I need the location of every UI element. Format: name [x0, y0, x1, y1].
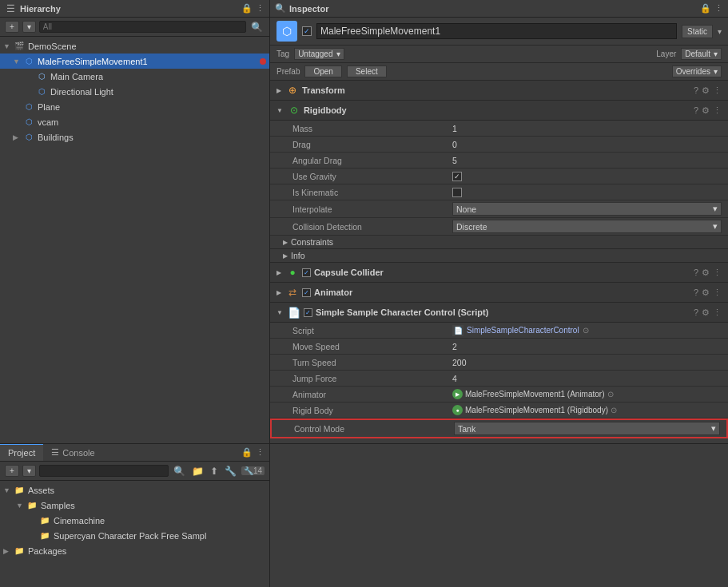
- tree-item-maincamera[interactable]: ⬡ Main Camera: [0, 69, 269, 84]
- project-item-cinemachine[interactable]: 📁 Cinemachine: [0, 513, 269, 528]
- inspector-overflow-icon[interactable]: ⋮: [714, 3, 723, 14]
- tree-item-malefree[interactable]: ▼ ⬡ MaleFreeSimpleMovement1: [0, 54, 269, 69]
- project-overflow-icon[interactable]: ⋮: [256, 447, 265, 458]
- hierarchy-overflow-icon[interactable]: ⋮: [256, 3, 265, 14]
- rigidbody-settings-icon[interactable]: ⚙: [702, 105, 710, 116]
- project-item-packages[interactable]: ▶ 📁 Packages: [0, 543, 269, 558]
- rigidbody-help-icon[interactable]: ?: [694, 105, 698, 115]
- demoscene-arrow: ▼: [3, 42, 13, 50]
- tree-item-buildings[interactable]: ▶ ⬡ Buildings: [0, 129, 269, 145]
- static-button[interactable]: Static: [682, 25, 713, 38]
- rigidbody-overflow-icon[interactable]: ⋮: [713, 105, 722, 116]
- is-kinematic-checkbox[interactable]: [452, 188, 462, 197]
- prefab-label: Prefab: [276, 67, 300, 76]
- tree-item-dirlight[interactable]: ⬡ Directional Light: [0, 84, 269, 99]
- prop-value-move-speed[interactable]: 2: [452, 342, 722, 351]
- animator-component-header[interactable]: ▶ ⇄ ✓ Animator ? ⚙ ⋮: [270, 283, 728, 303]
- prop-label-use-gravity: Use Gravity: [292, 172, 452, 181]
- tree-item-demoscene[interactable]: ▼ 🎬 DemoScene: [0, 38, 269, 54]
- prefab-overrides-dropdown[interactable]: Overrides ▾: [672, 65, 722, 77]
- bottom-area: Project ☰ Console 🔒 ⋮ + ▾ 🔍 📁 ⬆ 🔧 🔧14 ▼: [0, 443, 728, 587]
- script-link-icon[interactable]: ⊙: [583, 326, 589, 335]
- object-big-icon: ⬡: [276, 21, 297, 42]
- capsule-help-icon[interactable]: ?: [694, 268, 698, 277]
- transform-name: Transform: [302, 85, 690, 95]
- use-gravity-checkbox[interactable]: ✓: [452, 172, 462, 181]
- capsule-settings-icon[interactable]: ⚙: [702, 268, 710, 278]
- prop-dropdown-interpolate[interactable]: None ▾: [452, 202, 722, 216]
- tree-item-plane[interactable]: ⬡ Plane: [0, 99, 269, 114]
- constraints-section[interactable]: ▶ Constraints: [270, 236, 728, 249]
- control-mode-dropdown[interactable]: Tank ▾: [454, 422, 720, 435]
- project-lock-icon[interactable]: 🔒: [241, 447, 253, 458]
- hierarchy-dropdown-button[interactable]: ▾: [22, 21, 36, 33]
- capsule-collider-header[interactable]: ▶ ● ✓ Capsule Collider ? ⚙ ⋮: [270, 263, 728, 283]
- project-item-samples[interactable]: ▼ 📁 Samples: [0, 498, 269, 513]
- animator-settings-icon[interactable]: ⚙: [702, 288, 710, 298]
- prop-value-jump-force[interactable]: 4: [452, 374, 722, 383]
- project-item-assets[interactable]: ▼ 📁 Assets: [0, 482, 269, 498]
- animator-ref-link[interactable]: ⊙: [607, 390, 614, 399]
- project-add-button[interactable]: +: [5, 465, 19, 477]
- rigidbody-component-header[interactable]: ▼ ⊙ Rigidbody ? ⚙ ⋮: [270, 101, 728, 121]
- info-section[interactable]: ▶ Info: [270, 249, 728, 263]
- samples-arrow: ▼: [16, 502, 26, 510]
- layer-dropdown[interactable]: Default ▾: [681, 48, 722, 60]
- prop-dropdown-collision[interactable]: Discrete ▾: [452, 220, 722, 233]
- project-search-input[interactable]: [39, 465, 169, 477]
- hierarchy-add-button[interactable]: +: [5, 21, 19, 33]
- project-dropdown-button[interactable]: ▾: [22, 465, 36, 477]
- prop-row-collision-detection: Collision Detection Discrete ▾: [270, 218, 728, 236]
- script-checkbox[interactable]: ✓: [304, 308, 312, 317]
- object-name-row: ⬡ ✓ Static ▾: [270, 18, 728, 46]
- transform-component-header[interactable]: ▶ ⊕ Transform ? ⚙ ⋮: [270, 81, 728, 101]
- script-help-icon[interactable]: ?: [694, 307, 698, 317]
- hierarchy-search-input[interactable]: [39, 21, 246, 33]
- hierarchy-menu-icon[interactable]: ☰: [5, 2, 17, 15]
- rigidbody-icon: ⊙: [288, 104, 300, 117]
- transform-help-icon[interactable]: ?: [694, 85, 698, 95]
- rigid-body-ref-icon: ●: [452, 405, 463, 415]
- malefree-label: MaleFreeSimpleMovement1: [38, 57, 148, 66]
- hierarchy-search-icon[interactable]: 🔍: [249, 21, 265, 34]
- script-overflow-icon[interactable]: ⋮: [713, 307, 722, 318]
- project-tool2[interactable]: ⬆: [209, 465, 220, 478]
- project-tool1[interactable]: 📁: [190, 465, 205, 478]
- inspector-lock-icon[interactable]: 🔒: [700, 3, 711, 14]
- animator-overflow-icon[interactable]: ⋮: [713, 288, 722, 298]
- dirlight-icon: ⬡: [35, 85, 48, 98]
- project-badge: 🔧14: [241, 466, 265, 475]
- layer-value: Default: [685, 50, 710, 58]
- script-ref: 📄 SimpleSampleCharacterControl ⊙: [452, 325, 722, 336]
- animator-name: Animator: [314, 288, 690, 297]
- animator-help-icon[interactable]: ?: [694, 288, 698, 297]
- static-dropdown-arrow[interactable]: ▾: [718, 27, 722, 36]
- project-item-superchar[interactable]: 📁 Supercyan Character Pack Free Sampl: [0, 528, 269, 543]
- rigid-body-ref-link[interactable]: ⊙: [611, 406, 617, 414]
- hierarchy-lock-icon[interactable]: 🔒: [241, 3, 253, 14]
- prop-value-drag[interactable]: 0: [452, 140, 722, 149]
- capsule-overflow-icon[interactable]: ⋮: [713, 268, 722, 278]
- prop-row-mass: Mass 1: [270, 121, 728, 137]
- object-active-checkbox[interactable]: ✓: [302, 26, 312, 36]
- tag-dropdown[interactable]: Untagged ▾: [294, 48, 344, 60]
- dirlight-label: Directional Light: [50, 87, 113, 97]
- prop-value-turn-speed[interactable]: 200: [452, 358, 722, 367]
- transform-settings-icon[interactable]: ⚙: [702, 85, 710, 96]
- tab-project[interactable]: Project: [0, 444, 43, 461]
- script-component-header[interactable]: ▼ 📄 ✓ Simple Sample Character Control (S…: [270, 303, 728, 323]
- prefab-select-button[interactable]: Select: [347, 65, 387, 77]
- transform-overflow-icon[interactable]: ⋮: [713, 85, 722, 96]
- tab-console[interactable]: ☰ Console: [43, 444, 102, 461]
- object-name-input[interactable]: [316, 23, 677, 39]
- project-search-icon[interactable]: 🔍: [172, 465, 187, 478]
- prefab-open-button[interactable]: Open: [304, 65, 341, 77]
- prop-row-animator-ref: Animator ▶ MaleFreeSimpleMovement1 (Anim…: [270, 387, 728, 403]
- prop-value-mass[interactable]: 1: [452, 124, 722, 133]
- capsule-checkbox[interactable]: ✓: [302, 268, 311, 277]
- animator-checkbox[interactable]: ✓: [302, 288, 311, 297]
- prop-value-angular-drag[interactable]: 5: [452, 156, 722, 165]
- script-settings-icon[interactable]: ⚙: [702, 307, 710, 318]
- project-tool3[interactable]: 🔧: [223, 465, 238, 478]
- tree-item-vcam[interactable]: ⬡ vcam: [0, 114, 269, 129]
